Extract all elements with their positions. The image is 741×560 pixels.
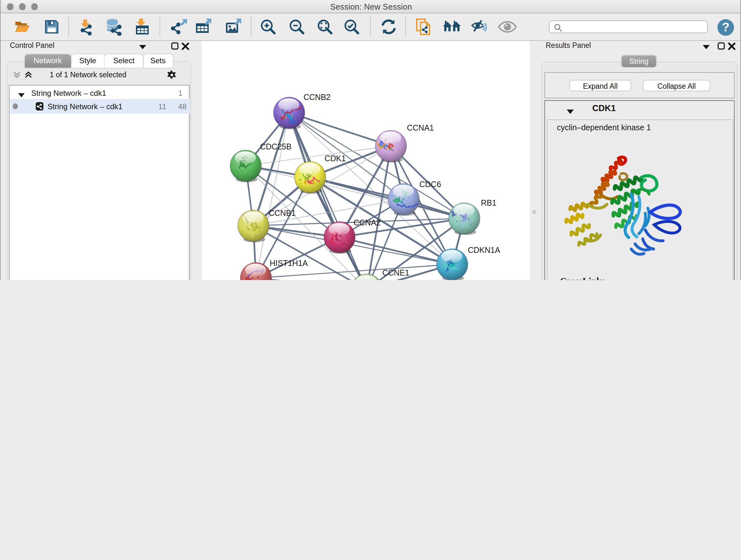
svg-text:RB1: RB1 [481,198,496,207]
svg-text:CDK1: CDK1 [325,153,346,163]
svg-text:CCNB2: CCNB2 [304,92,331,101]
svg-text:CCNE1: CCNE1 [382,268,409,277]
svg-text:CDC25B: CDC25B [260,142,292,151]
svg-text:CCNA1: CCNA1 [407,123,434,132]
svg-text:CCNB1: CCNB1 [269,208,296,217]
svg-text:CDKN1A: CDKN1A [468,245,500,254]
svg-text:CCNA2: CCNA2 [354,218,381,227]
svg-text:HIST1H1A: HIST1H1A [270,258,308,267]
svg-text:CDC6: CDC6 [419,179,441,188]
